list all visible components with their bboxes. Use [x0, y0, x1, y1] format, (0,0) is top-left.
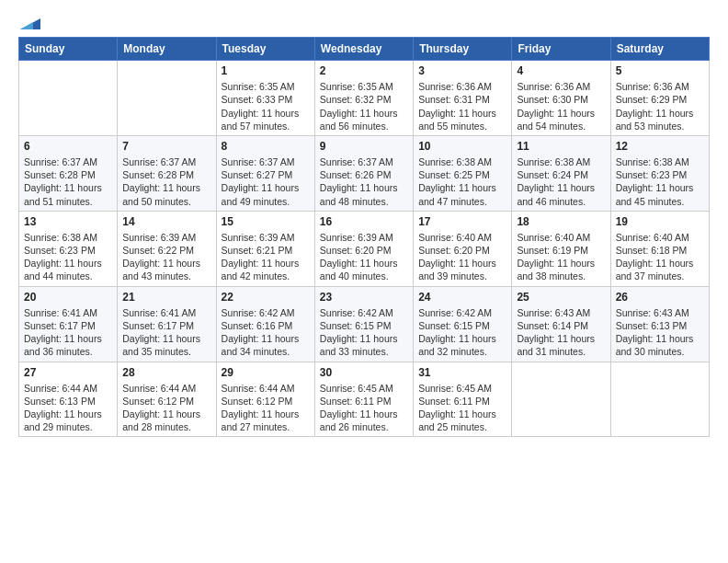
calendar-cell: 28Sunrise: 6:44 AMSunset: 6:12 PMDayligh… [118, 362, 216, 437]
calendar-cell: 20Sunrise: 6:41 AMSunset: 6:17 PMDayligh… [19, 286, 118, 362]
day-number: 24 [418, 290, 506, 304]
calendar-cell: 29Sunrise: 6:44 AMSunset: 6:12 PMDayligh… [216, 362, 314, 437]
day-info: Sunrise: 6:40 AMSunset: 6:20 PMDaylight:… [418, 231, 506, 283]
calendar-cell: 18Sunrise: 6:40 AMSunset: 6:19 PMDayligh… [512, 211, 610, 286]
day-info: Sunrise: 6:39 AMSunset: 6:20 PMDaylight:… [320, 231, 408, 283]
calendar-cell: 31Sunrise: 6:45 AMSunset: 6:11 PMDayligh… [414, 362, 512, 437]
day-info: Sunrise: 6:44 AMSunset: 6:13 PMDaylight:… [24, 382, 112, 434]
day-number: 3 [418, 63, 506, 78]
day-number: 1 [222, 63, 310, 78]
day-info: Sunrise: 6:42 AMSunset: 6:15 PMDaylight:… [320, 306, 408, 359]
day-number: 22 [222, 290, 310, 304]
day-info: Sunrise: 6:45 AMSunset: 6:11 PMDaylight:… [418, 382, 506, 434]
calendar-cell: 2Sunrise: 6:35 AMSunset: 6:32 PMDaylight… [314, 61, 413, 136]
calendar-cell: 30Sunrise: 6:45 AMSunset: 6:11 PMDayligh… [314, 362, 413, 437]
calendar-cell [610, 362, 709, 437]
day-info: Sunrise: 6:37 AMSunset: 6:27 PMDaylight:… [222, 155, 310, 208]
day-number: 12 [616, 139, 704, 154]
day-number: 8 [222, 139, 310, 154]
day-number: 29 [222, 365, 310, 380]
weekday-header-monday: Monday [118, 38, 216, 61]
day-info: Sunrise: 6:43 AMSunset: 6:13 PMDaylight:… [616, 306, 704, 359]
calendar-cell: 21Sunrise: 6:41 AMSunset: 6:17 PMDayligh… [118, 286, 216, 362]
day-number: 11 [517, 139, 605, 154]
day-info: Sunrise: 6:42 AMSunset: 6:16 PMDaylight:… [222, 306, 310, 359]
day-number: 19 [616, 214, 704, 229]
day-number: 31 [418, 365, 506, 380]
calendar-cell: 23Sunrise: 6:42 AMSunset: 6:15 PMDayligh… [314, 286, 413, 362]
day-info: Sunrise: 6:44 AMSunset: 6:12 PMDaylight:… [122, 382, 210, 434]
day-number: 26 [616, 290, 704, 304]
calendar-cell [118, 61, 216, 136]
svg-marker-1 [20, 22, 33, 29]
day-info: Sunrise: 6:42 AMSunset: 6:15 PMDaylight:… [418, 306, 506, 359]
weekday-header-sunday: Sunday [19, 38, 118, 61]
calendar-cell: 7Sunrise: 6:37 AMSunset: 6:28 PMDaylight… [118, 135, 216, 211]
day-info: Sunrise: 6:44 AMSunset: 6:12 PMDaylight:… [222, 382, 310, 434]
calendar-cell: 8Sunrise: 6:37 AMSunset: 6:27 PMDaylight… [216, 135, 314, 211]
calendar-cell: 13Sunrise: 6:38 AMSunset: 6:23 PMDayligh… [19, 211, 118, 286]
calendar-cell: 22Sunrise: 6:42 AMSunset: 6:16 PMDayligh… [216, 286, 314, 362]
day-info: Sunrise: 6:35 AMSunset: 6:32 PMDaylight:… [320, 80, 408, 132]
day-number: 7 [122, 139, 210, 154]
weekday-header-tuesday: Tuesday [216, 38, 314, 61]
day-number: 15 [222, 214, 310, 229]
calendar-cell: 17Sunrise: 6:40 AMSunset: 6:20 PMDayligh… [414, 211, 512, 286]
day-number: 9 [320, 139, 408, 154]
day-info: Sunrise: 6:38 AMSunset: 6:25 PMDaylight:… [418, 155, 506, 208]
calendar-cell: 1Sunrise: 6:35 AMSunset: 6:33 PMDaylight… [216, 61, 314, 136]
day-number: 30 [320, 365, 408, 380]
day-info: Sunrise: 6:39 AMSunset: 6:21 PMDaylight:… [222, 231, 310, 283]
day-number: 20 [24, 290, 112, 304]
day-info: Sunrise: 6:37 AMSunset: 6:28 PMDaylight:… [122, 155, 210, 208]
header [18, 15, 710, 29]
day-info: Sunrise: 6:36 AMSunset: 6:31 PMDaylight:… [418, 80, 506, 132]
day-info: Sunrise: 6:37 AMSunset: 6:28 PMDaylight:… [24, 155, 112, 208]
calendar-cell: 3Sunrise: 6:36 AMSunset: 6:31 PMDaylight… [414, 61, 512, 136]
day-info: Sunrise: 6:38 AMSunset: 6:24 PMDaylight:… [517, 155, 605, 208]
day-number: 14 [122, 214, 210, 229]
calendar-cell [512, 362, 610, 437]
calendar-cell: 27Sunrise: 6:44 AMSunset: 6:13 PMDayligh… [19, 362, 118, 437]
calendar-week-4: 20Sunrise: 6:41 AMSunset: 6:17 PMDayligh… [19, 286, 710, 362]
day-number: 17 [418, 214, 506, 229]
day-number: 25 [517, 290, 605, 304]
calendar-cell: 14Sunrise: 6:39 AMSunset: 6:22 PMDayligh… [118, 211, 216, 286]
calendar-week-5: 27Sunrise: 6:44 AMSunset: 6:13 PMDayligh… [19, 362, 710, 437]
calendar-cell: 5Sunrise: 6:36 AMSunset: 6:29 PMDaylight… [610, 61, 709, 136]
day-info: Sunrise: 6:45 AMSunset: 6:11 PMDaylight:… [320, 382, 408, 434]
weekday-header-friday: Friday [512, 38, 610, 61]
day-info: Sunrise: 6:41 AMSunset: 6:17 PMDaylight:… [122, 306, 210, 359]
day-info: Sunrise: 6:38 AMSunset: 6:23 PMDaylight:… [24, 231, 112, 283]
calendar-table: SundayMondayTuesdayWednesdayThursdayFrid… [18, 37, 710, 437]
logo [18, 15, 40, 29]
page: SundayMondayTuesdayWednesdayThursdayFrid… [0, 0, 728, 563]
day-number: 4 [517, 63, 605, 78]
calendar-cell: 9Sunrise: 6:37 AMSunset: 6:26 PMDaylight… [314, 135, 413, 211]
calendar-week-2: 6Sunrise: 6:37 AMSunset: 6:28 PMDaylight… [19, 135, 710, 211]
day-number: 27 [24, 365, 112, 380]
day-info: Sunrise: 6:41 AMSunset: 6:17 PMDaylight:… [24, 306, 112, 359]
day-number: 6 [24, 139, 112, 154]
calendar-week-1: 1Sunrise: 6:35 AMSunset: 6:33 PMDaylight… [19, 61, 710, 136]
day-info: Sunrise: 6:36 AMSunset: 6:30 PMDaylight:… [517, 80, 605, 132]
weekday-header-wednesday: Wednesday [314, 38, 413, 61]
weekday-header-saturday: Saturday [610, 38, 709, 61]
day-number: 21 [122, 290, 210, 304]
day-number: 28 [122, 365, 210, 380]
day-info: Sunrise: 6:38 AMSunset: 6:23 PMDaylight:… [616, 155, 704, 208]
calendar-cell: 4Sunrise: 6:36 AMSunset: 6:30 PMDaylight… [512, 61, 610, 136]
calendar-cell: 16Sunrise: 6:39 AMSunset: 6:20 PMDayligh… [314, 211, 413, 286]
weekday-header-thursday: Thursday [414, 38, 512, 61]
day-number: 18 [517, 214, 605, 229]
day-number: 23 [320, 290, 408, 304]
day-info: Sunrise: 6:40 AMSunset: 6:18 PMDaylight:… [616, 231, 704, 283]
calendar-cell: 12Sunrise: 6:38 AMSunset: 6:23 PMDayligh… [610, 135, 709, 211]
calendar-cell: 26Sunrise: 6:43 AMSunset: 6:13 PMDayligh… [610, 286, 709, 362]
day-number: 10 [418, 139, 506, 154]
day-info: Sunrise: 6:37 AMSunset: 6:26 PMDaylight:… [320, 155, 408, 208]
calendar-cell: 24Sunrise: 6:42 AMSunset: 6:15 PMDayligh… [414, 286, 512, 362]
calendar-cell: 19Sunrise: 6:40 AMSunset: 6:18 PMDayligh… [610, 211, 709, 286]
day-info: Sunrise: 6:36 AMSunset: 6:29 PMDaylight:… [616, 80, 704, 132]
calendar-cell: 6Sunrise: 6:37 AMSunset: 6:28 PMDaylight… [19, 135, 118, 211]
